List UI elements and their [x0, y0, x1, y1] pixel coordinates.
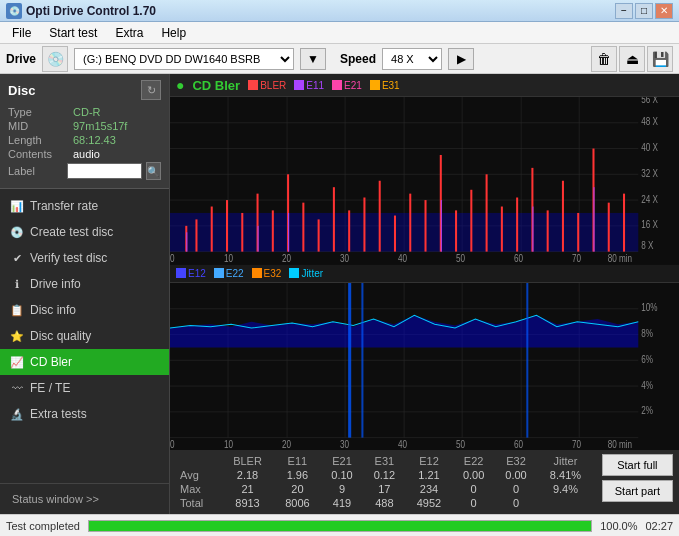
- sidebar-item-fe-te[interactable]: 〰 FE / TE: [0, 375, 169, 401]
- svg-rect-74: [170, 283, 679, 451]
- disc-mid-value: 97m15s17f: [73, 120, 127, 132]
- status-window-button[interactable]: Status window >>: [8, 490, 161, 508]
- svg-rect-45: [186, 232, 187, 251]
- svg-text:40 X: 40 X: [641, 142, 658, 153]
- sidebar-item-create-test-disc[interactable]: 💿 Create test disc: [0, 219, 169, 245]
- svg-text:6%: 6%: [641, 354, 653, 365]
- start-part-button[interactable]: Start part: [602, 480, 673, 502]
- menu-extra[interactable]: Extra: [107, 24, 151, 42]
- menu-start-test[interactable]: Start test: [41, 24, 105, 42]
- sidebar-item-disc-info[interactable]: 📋 Disc info: [0, 297, 169, 323]
- max-jitter: 9.4%: [537, 482, 594, 496]
- svg-text:70: 70: [572, 253, 581, 264]
- svg-text:24 X: 24 X: [641, 194, 658, 205]
- total-e22: 0: [452, 496, 494, 510]
- avg-bler: 2.18: [221, 468, 274, 482]
- minimize-button[interactable]: −: [615, 3, 633, 19]
- disc-label-input[interactable]: [67, 163, 142, 179]
- svg-rect-41: [577, 213, 579, 252]
- drive-select[interactable]: (G:) BENQ DVD DD DW1640 BSRB: [74, 48, 294, 70]
- svg-rect-35: [486, 174, 488, 251]
- drive-refresh-button[interactable]: ▼: [300, 48, 326, 70]
- svg-rect-28: [379, 181, 381, 252]
- svg-rect-89: [361, 283, 363, 438]
- create-test-disc-icon: 💿: [10, 225, 24, 239]
- speed-set-button[interactable]: ▶: [448, 48, 474, 70]
- col-header-jitter: Jitter: [537, 454, 594, 468]
- legend2-e32: E32: [252, 268, 282, 279]
- stats-row-avg: Avg 2.18 1.96 0.10 0.12 1.21 0.00 0.00 8…: [176, 468, 594, 482]
- disc-title: Disc: [8, 83, 35, 98]
- disc-quality-icon: ⭐: [10, 329, 24, 343]
- avg-e11: 1.96: [274, 468, 321, 482]
- status-text: Test completed: [6, 520, 80, 532]
- total-jitter: [537, 496, 594, 510]
- stats-row-total: Total 8913 8006 419 488 4952 0 0: [176, 496, 594, 510]
- svg-rect-37: [516, 198, 518, 252]
- legend-e21: E21: [332, 80, 362, 91]
- svg-rect-31: [425, 200, 427, 252]
- row-label-total: Total: [176, 496, 221, 510]
- sidebar-item-verify-test-disc[interactable]: ✔ Verify test disc: [0, 245, 169, 271]
- svg-rect-50: [593, 187, 594, 251]
- erase-icon[interactable]: 🗑: [591, 46, 617, 72]
- stats-table: BLER E11 E21 E31 E12 E22 E32 Jitter Avg: [176, 454, 594, 510]
- sidebar-item-drive-info[interactable]: ℹ Drive info: [0, 271, 169, 297]
- avg-e32: 0.00: [495, 468, 537, 482]
- sidebar-item-transfer-rate[interactable]: 📊 Transfer rate: [0, 193, 169, 219]
- chart1-svg: 56 X 48 X 40 X 32 X 24 X 16 X 8 X 300 25…: [170, 97, 679, 265]
- svg-text:16 X: 16 X: [641, 220, 658, 231]
- sidebar-item-disc-quality[interactable]: ⭐ Disc quality: [0, 323, 169, 349]
- speed-select[interactable]: 48 X: [382, 48, 442, 70]
- disc-length-label: Length: [8, 134, 73, 146]
- max-bler: 21: [221, 482, 274, 496]
- svg-text:48 X: 48 X: [641, 116, 658, 127]
- sidebar-item-label: Disc quality: [30, 329, 91, 343]
- disc-label-button[interactable]: 🔍: [146, 162, 161, 180]
- svg-text:2%: 2%: [641, 405, 653, 416]
- max-e22: 0: [452, 482, 494, 496]
- svg-rect-29: [394, 216, 396, 252]
- row-label-avg: Avg: [176, 468, 221, 482]
- max-e21: 9: [321, 482, 363, 496]
- svg-rect-25: [333, 187, 335, 251]
- transfer-rate-icon: 📊: [10, 199, 24, 213]
- legend2-jitter: Jitter: [289, 268, 323, 279]
- sidebar-item-label: Disc info: [30, 303, 76, 317]
- svg-rect-14: [170, 213, 638, 252]
- col-header-e12: E12: [406, 454, 453, 468]
- sidebar-item-extra-tests[interactable]: 🔬 Extra tests: [0, 401, 169, 427]
- start-full-button[interactable]: Start full: [602, 454, 673, 476]
- legend2-e22: E22: [214, 268, 244, 279]
- maximize-button[interactable]: □: [635, 3, 653, 19]
- status-bar: Test completed 100.0% 02:27: [0, 514, 679, 536]
- sidebar-item-label: Create test disc: [30, 225, 113, 239]
- window-controls: − □ ✕: [615, 3, 673, 19]
- sidebar-item-label: Transfer rate: [30, 199, 98, 213]
- disc-refresh-button[interactable]: ↻: [141, 80, 161, 100]
- svg-text:80 min: 80 min: [608, 439, 632, 450]
- svg-text:56 X: 56 X: [641, 97, 658, 106]
- chart2-area: 10% 8% 6% 4% 2% 300 250 200 150 100 50 0…: [170, 283, 679, 451]
- svg-rect-88: [348, 283, 351, 438]
- svg-rect-16: [195, 219, 197, 251]
- disc-mid-label: MID: [8, 120, 73, 132]
- fe-te-icon: 〰: [10, 381, 24, 395]
- total-e21: 419: [321, 496, 363, 510]
- sidebar-nav: 📊 Transfer rate 💿 Create test disc ✔ Ver…: [0, 189, 169, 514]
- sidebar-item-cd-bler[interactable]: 📈 CD Bler: [0, 349, 169, 375]
- svg-rect-49: [532, 207, 533, 252]
- svg-text:10%: 10%: [641, 302, 657, 313]
- main-area: Disc ↻ Type CD-R MID 97m15s17f Length 68…: [0, 74, 679, 514]
- svg-text:80 min: 80 min: [608, 253, 632, 264]
- sidebar: Disc ↻ Type CD-R MID 97m15s17f Length 68…: [0, 74, 170, 514]
- disc-contents-label: Contents: [8, 148, 73, 160]
- sidebar-item-label: Drive info: [30, 277, 81, 291]
- eject-icon[interactable]: ⏏: [619, 46, 645, 72]
- close-button[interactable]: ✕: [655, 3, 673, 19]
- svg-text:10: 10: [224, 253, 233, 264]
- total-e31: 488: [363, 496, 405, 510]
- menu-file[interactable]: File: [4, 24, 39, 42]
- save-icon[interactable]: 💾: [647, 46, 673, 72]
- menu-help[interactable]: Help: [153, 24, 194, 42]
